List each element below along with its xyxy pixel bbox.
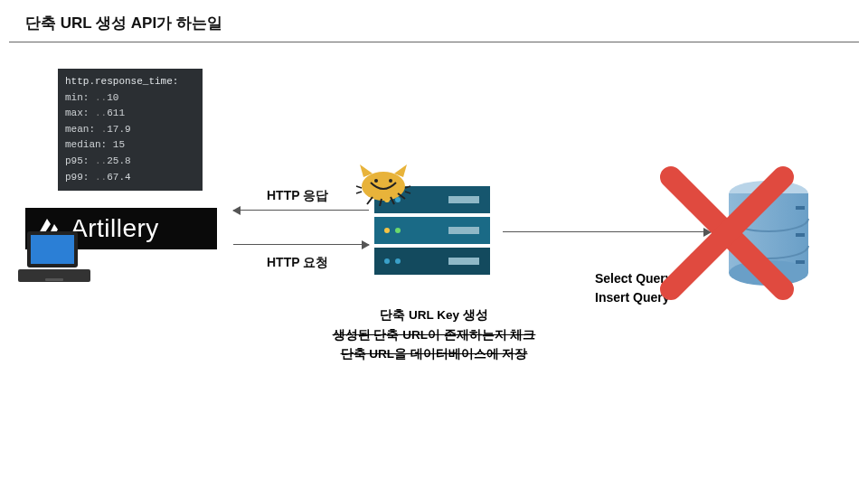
caption-line: 단축 URL Key 생성 <box>298 305 570 325</box>
svg-point-20 <box>389 179 392 183</box>
title-divider <box>9 42 859 42</box>
tomcat-icon <box>354 161 412 206</box>
terminal-row: p99: ..67.4 <box>65 170 195 186</box>
svg-point-15 <box>384 258 390 264</box>
server-caption: 단축 URL Key 생성 생성된 단축 URL이 존재하는지 체크 단축 UR… <box>298 305 570 364</box>
terminal-header: http.response_time: <box>65 74 195 90</box>
page-title: 단축 URL 생성 API가 하는일 <box>25 13 222 33</box>
arrow-http-request <box>233 244 369 245</box>
svg-point-18 <box>362 172 405 201</box>
label-http-response: HTTP 응답 <box>267 188 328 204</box>
terminal-row: min: ..10 <box>65 90 195 107</box>
svg-rect-17 <box>448 258 479 265</box>
terminal-row: p95: ..25.8 <box>65 154 195 170</box>
svg-point-12 <box>384 228 390 233</box>
red-x-icon <box>655 161 799 305</box>
svg-rect-14 <box>448 227 479 234</box>
caption-line-struck: 생성된 단축 URL이 존재하는지 체크 <box>298 325 570 345</box>
caption-line-struck: 단축 URL을 데이터베이스에 저장 <box>298 344 570 364</box>
terminal-row: median: 15 <box>65 137 195 154</box>
terminal-row: mean: .17.9 <box>65 122 195 138</box>
svg-rect-3 <box>31 235 74 264</box>
svg-point-16 <box>395 258 401 264</box>
terminal-row: max: ..611 <box>65 106 195 122</box>
label-http-request: HTTP 요청 <box>267 255 328 271</box>
svg-point-13 <box>395 228 401 233</box>
svg-rect-11 <box>448 196 479 203</box>
arrow-http-response <box>233 210 369 211</box>
response-time-terminal: http.response_time: min: ..10 max: ..611… <box>58 69 203 191</box>
svg-point-19 <box>374 179 378 183</box>
laptop-icon <box>18 228 90 287</box>
svg-rect-5 <box>45 278 63 281</box>
